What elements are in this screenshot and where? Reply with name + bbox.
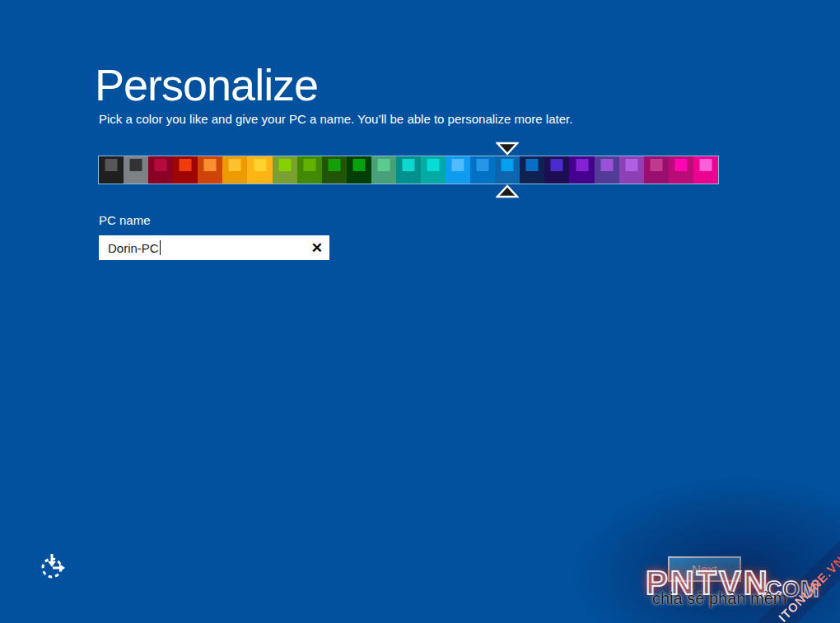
color-swatch-15[interactable] (470, 156, 495, 184)
accent-square (650, 159, 662, 171)
accent-square (699, 159, 712, 171)
color-swatch-11[interactable] (371, 156, 396, 184)
color-swatch-13[interactable] (421, 156, 446, 184)
color-swatch-4[interactable] (198, 156, 222, 184)
next-button[interactable]: Next (668, 556, 741, 582)
accent-square (427, 159, 440, 171)
accent-square (526, 159, 539, 171)
color-swatch-1[interactable] (124, 156, 148, 184)
color-swatch-16[interactable] (495, 156, 520, 184)
color-swatch-6[interactable] (247, 156, 272, 184)
pc-name-value: Dorin-PC (108, 241, 159, 255)
next-button-label: Next (692, 562, 717, 576)
accent-square (452, 159, 464, 171)
color-swatch-10[interactable] (347, 156, 371, 184)
accent-square (328, 159, 340, 171)
watermark-domain: .COM (758, 577, 820, 602)
accent-square (254, 159, 266, 171)
color-swatch-17[interactable] (520, 156, 544, 184)
color-swatch-8[interactable] (297, 156, 322, 184)
color-swatch-22[interactable] (644, 156, 669, 184)
accent-square (600, 159, 613, 171)
color-swatch-23[interactable] (669, 156, 693, 184)
pc-name-input[interactable]: Dorin-PC ✕ (99, 235, 329, 260)
ease-of-access-icon (40, 553, 68, 581)
page-title: Personalize (95, 59, 318, 110)
accent-square (477, 159, 489, 171)
accent-square (377, 159, 390, 171)
selected-color-marker-top (496, 142, 519, 156)
accent-square (352, 159, 365, 171)
watermark-ribbon: ITONLINE.VN (749, 527, 840, 623)
color-swatch-2[interactable] (148, 156, 173, 184)
accent-square (229, 159, 241, 171)
color-swatch-20[interactable] (595, 156, 619, 184)
accent-square (204, 159, 217, 171)
color-swatch-7[interactable] (273, 156, 297, 184)
accent-square (502, 159, 514, 171)
color-swatch-12[interactable] (396, 156, 421, 184)
accent-square (278, 159, 291, 171)
clear-input-button[interactable]: ✕ (311, 235, 323, 260)
accent-square (105, 159, 118, 171)
color-picker-strip[interactable] (98, 156, 719, 184)
color-swatch-21[interactable] (619, 156, 644, 184)
color-swatch-19[interactable] (569, 156, 594, 184)
color-swatch-9[interactable] (322, 156, 347, 184)
accent-square (674, 159, 687, 171)
accent-square (551, 159, 563, 171)
color-swatch-14[interactable] (446, 156, 470, 184)
personalize-screen: { "page": { "title": "Personalize", "sub… (0, 0, 840, 623)
watermark-halo (568, 475, 840, 623)
accent-square (303, 159, 315, 171)
accent-square (402, 159, 414, 171)
accent-square (180, 159, 192, 171)
accent-square (576, 159, 588, 171)
accent-square (130, 159, 142, 171)
watermark-tagline: chia sẻ phần mềm (652, 589, 786, 608)
color-swatch-0[interactable] (99, 156, 124, 184)
text-caret (160, 240, 161, 255)
pc-name-label: PC name (99, 213, 151, 227)
ease-of-access-button[interactable] (40, 553, 68, 581)
color-swatch-24[interactable] (693, 156, 718, 184)
color-swatch-5[interactable] (222, 156, 247, 184)
accent-square (155, 159, 167, 171)
accent-square (625, 159, 637, 171)
watermark-ribbon-text: ITONLINE.VN (776, 553, 840, 623)
page-subtitle: Pick a color you like and give your PC a… (99, 112, 572, 126)
color-swatch-18[interactable] (544, 156, 569, 184)
color-swatch-3[interactable] (173, 156, 198, 184)
selected-color-marker-bottom (496, 184, 519, 198)
